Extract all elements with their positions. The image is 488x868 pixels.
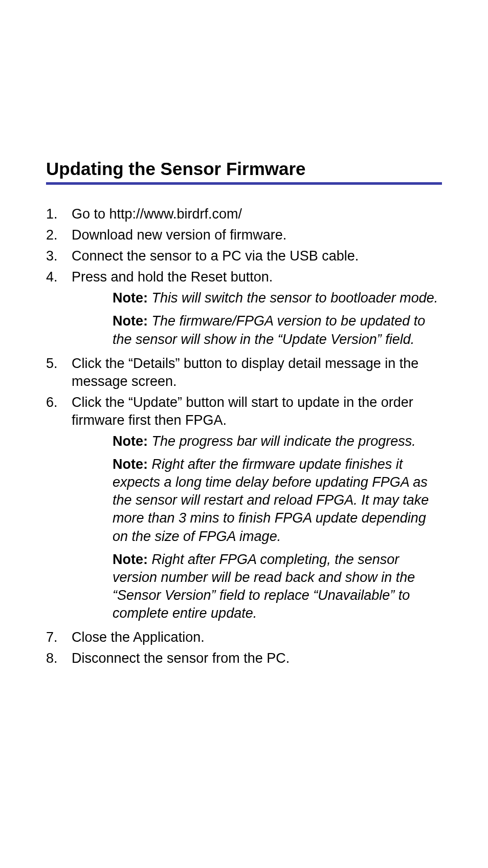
note-item: Note: The firmware/FPGA version to be up… — [113, 312, 442, 348]
step-text: Press and hold the Reset button. — [72, 268, 442, 286]
step-item: 4.Press and hold the Reset button. — [46, 268, 442, 286]
note-label: Note: — [113, 552, 148, 567]
step-item: 2.Download new version of firmware. — [46, 226, 442, 244]
step-text: Download new version of firmware. — [72, 226, 442, 244]
step-item: 5.Click the “Details” button to display … — [46, 355, 442, 390]
note-text: This will switch the sensor to bootloade… — [152, 290, 438, 306]
note-item: Note: The progress bar will indicate the… — [113, 432, 442, 450]
note-text: The firmware/FPGA version to be updated … — [113, 313, 425, 346]
note-item: Note: Right after FPGA completing, the s… — [113, 551, 442, 622]
step-number: 1. — [46, 205, 72, 223]
note-label: Note: — [113, 457, 148, 472]
note-label: Note: — [113, 313, 148, 329]
note-text: Right after FPGA completing, the sensor … — [113, 552, 415, 621]
step-number: 8. — [46, 649, 72, 667]
note-text: The progress bar will indicate the progr… — [152, 433, 416, 449]
note-item: Note: This will switch the sensor to boo… — [113, 289, 442, 307]
step-text: Disconnect the sensor from the PC. — [72, 649, 442, 667]
notes-block: Note: The progress bar will indicate the… — [113, 432, 442, 622]
step-item: 7.Close the Application. — [46, 628, 442, 646]
step-number: 4. — [46, 268, 72, 286]
step-number: 2. — [46, 226, 72, 244]
step-item: 3.Connect the sensor to a PC via the USB… — [46, 247, 442, 265]
step-text: Click the “Details” button to display de… — [72, 355, 442, 390]
section-heading: Updating the Sensor Firmware — [46, 159, 442, 185]
note-label: Note: — [113, 290, 148, 306]
note-label: Note: — [113, 433, 148, 449]
note-item: Note: Right after the firmware update fi… — [113, 455, 442, 545]
step-number: 5. — [46, 355, 72, 390]
step-number: 6. — [46, 394, 72, 429]
step-number: 7. — [46, 628, 72, 646]
step-text: Connect the sensor to a PC via the USB c… — [72, 247, 442, 265]
step-item: 1.Go to http://www.birdrf.com/ — [46, 205, 442, 223]
step-item: 6.Click the “Update” button will start t… — [46, 394, 442, 429]
step-number: 3. — [46, 247, 72, 265]
notes-block: Note: This will switch the sensor to boo… — [113, 289, 442, 348]
step-text: Click the “Update” button will start to … — [72, 394, 442, 429]
steps-list: 1.Go to http://www.birdrf.com/2.Download… — [46, 205, 442, 667]
step-text: Go to http://www.birdrf.com/ — [72, 205, 442, 223]
step-item: 8.Disconnect the sensor from the PC. — [46, 649, 442, 667]
step-text: Close the Application. — [72, 628, 442, 646]
note-text: Right after the firmware update finishes… — [113, 457, 429, 544]
